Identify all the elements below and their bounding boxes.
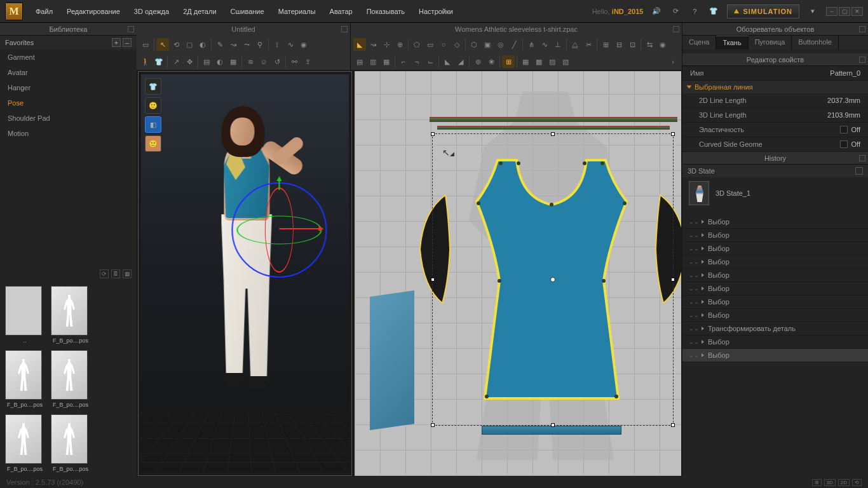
tool-dart[interactable]: ◇ bbox=[451, 38, 463, 51]
tool-lasso[interactable]: ⟲ bbox=[170, 38, 182, 51]
property-row[interactable]: 2D Line Length2037.3mm bbox=[682, 93, 868, 108]
library-category-garment[interactable]: Garment bbox=[0, 50, 137, 65]
state-header[interactable]: 3D State bbox=[682, 165, 868, 177]
library-category-avatar[interactable]: Avatar bbox=[0, 65, 137, 80]
view-3d-icon[interactable]: 3D bbox=[824, 479, 836, 486]
property-row[interactable]: 3D Line Length2103.9mm bbox=[682, 108, 868, 123]
object-tab-3[interactable]: Buttonhole bbox=[792, 36, 839, 50]
tool-circle[interactable]: ○ bbox=[437, 38, 450, 51]
tool-trace[interactable]: ✂ bbox=[582, 38, 595, 51]
view-2d-icon[interactable]: 2D bbox=[838, 479, 850, 486]
state-item[interactable]: 3D State_1 bbox=[682, 177, 868, 209]
shirt-icon[interactable]: 👕 bbox=[708, 6, 719, 17]
tool-glue[interactable]: ◉ bbox=[297, 38, 310, 51]
tab-3d[interactable]: Untitled bbox=[137, 23, 351, 36]
menu-avatar[interactable]: Аватар bbox=[330, 8, 353, 15]
tool-edit-pattern[interactable]: ↝ bbox=[367, 38, 379, 51]
library-item[interactable]: F_B_po....pos bbox=[51, 286, 90, 344]
iron-a[interactable]: ◣ bbox=[441, 55, 454, 68]
sew-c[interactable]: ⌙ bbox=[424, 55, 437, 68]
library-category-shoulder-pad[interactable]: Shoulder Pad bbox=[0, 111, 137, 126]
chevron-right-icon[interactable]: › bbox=[667, 55, 679, 68]
tool-internal-polygon[interactable]: ⬡ bbox=[468, 38, 480, 51]
tool-grid-b[interactable]: ⊟ bbox=[613, 38, 625, 51]
print-d[interactable]: ▧ bbox=[559, 55, 572, 68]
tool-notch[interactable]: ⊥ bbox=[552, 38, 564, 51]
tool-internal-rect[interactable]: ▣ bbox=[481, 38, 494, 51]
library-item[interactable]: F_B_po....pos bbox=[5, 350, 44, 408]
menu-show[interactable]: Показывать bbox=[367, 8, 405, 15]
pattern-strip-top2[interactable] bbox=[437, 126, 670, 130]
history-row[interactable]: ⌄⌄Выбор bbox=[682, 295, 868, 309]
history-row[interactable]: ⌄⌄Выбор bbox=[682, 309, 868, 322]
sew-a[interactable]: ⌐ bbox=[397, 55, 410, 68]
show-avatar-toggle[interactable]: 🙂 bbox=[145, 97, 161, 114]
show-garment-toggle[interactable]: 👕 bbox=[145, 78, 161, 95]
dropdown-icon[interactable]: ▾ bbox=[807, 6, 818, 17]
tool-pressure[interactable]: ◐ bbox=[214, 55, 226, 68]
display-c[interactable]: ▦ bbox=[380, 55, 393, 68]
list-view-icon[interactable]: ≣ bbox=[111, 269, 120, 278]
show-avatar-icon[interactable]: 🚶 bbox=[139, 55, 152, 68]
pattern-strip-top[interactable] bbox=[430, 117, 677, 122]
menu-2d-details[interactable]: 2Д детали bbox=[183, 8, 216, 15]
tool-gizmo[interactable]: ✥ bbox=[183, 55, 196, 68]
selected-line-header[interactable]: Выбранная линия bbox=[682, 81, 868, 93]
tool-button[interactable]: ◉ bbox=[656, 38, 669, 51]
fabric-a[interactable]: ⊛ bbox=[471, 55, 484, 68]
tool-reset[interactable]: ↺ bbox=[271, 55, 283, 68]
history-row[interactable]: ⌄⌄Выбор bbox=[682, 229, 868, 242]
library-category-hanger[interactable]: Hanger bbox=[0, 80, 137, 95]
menu-materials[interactable]: Материалы bbox=[278, 8, 316, 15]
close-button[interactable]: ✕ bbox=[851, 7, 863, 16]
property-row[interactable]: Curved Side GeomeOff bbox=[682, 137, 868, 152]
tool-export[interactable]: ⇪ bbox=[301, 55, 314, 68]
prop-name-value[interactable]: Pattern_0 bbox=[830, 69, 860, 77]
display-a[interactable]: ▤ bbox=[353, 55, 366, 68]
sync-button[interactable]: ⇆ bbox=[643, 38, 656, 51]
history-row[interactable]: ⌄⌄Трансформировать деталь bbox=[682, 322, 868, 336]
tool-select-3d[interactable]: ▭ bbox=[139, 38, 152, 51]
property-row[interactable]: ЭластичностьOff bbox=[682, 123, 868, 137]
tool-strain[interactable]: ▤ bbox=[200, 55, 213, 68]
history-row[interactable]: ⌄⌄Выбор bbox=[682, 255, 868, 269]
tool-tack[interactable]: ⚲ bbox=[254, 38, 266, 51]
tool-polygon[interactable]: ⬠ bbox=[410, 38, 423, 51]
tool-path[interactable]: ↝ bbox=[227, 38, 240, 51]
remove-favorite-button[interactable]: – bbox=[123, 38, 132, 47]
refresh-icon[interactable]: ⟳ bbox=[100, 269, 109, 278]
object-tab-0[interactable]: Сцена bbox=[682, 36, 716, 50]
tab-2d[interactable]: Womens Athletic sleeveless t-shirt.zpac bbox=[351, 23, 682, 36]
sound-icon[interactable]: 🔊 bbox=[651, 6, 662, 17]
selection-box[interactable] bbox=[432, 133, 674, 426]
tool-edit-point[interactable]: ⊹ bbox=[380, 38, 393, 51]
view-all-icon[interactable]: ⊞ bbox=[812, 479, 822, 486]
history-row[interactable]: ⌄⌄Выбор bbox=[682, 336, 868, 349]
print-c[interactable]: ▨ bbox=[546, 55, 559, 68]
tool-free-seam[interactable]: ∿ bbox=[538, 38, 551, 51]
tool-symmetry[interactable]: ⧋ bbox=[569, 38, 581, 51]
tool-seam[interactable]: ⋔ bbox=[525, 38, 538, 51]
tool-arrange[interactable]: ↗ bbox=[170, 55, 182, 68]
help-icon[interactable]: ? bbox=[689, 6, 700, 17]
add-favorite-button[interactable]: + bbox=[112, 38, 121, 47]
library-item[interactable]: .. bbox=[5, 286, 44, 344]
snap-icon[interactable]: ⊞ bbox=[502, 55, 515, 68]
tool-internal-line[interactable]: ╱ bbox=[508, 38, 520, 51]
menu-sewing[interactable]: Сшивание bbox=[231, 8, 264, 15]
tool-soft[interactable]: ◐ bbox=[196, 38, 209, 51]
display-b[interactable]: ▥ bbox=[367, 55, 379, 68]
tool-grid-c[interactable]: ⊡ bbox=[626, 38, 639, 51]
grid-view-icon[interactable]: ▦ bbox=[123, 269, 132, 278]
pattern-strip-bottom[interactable] bbox=[482, 426, 621, 435]
library-category-pose[interactable]: Pose bbox=[0, 95, 137, 111]
menu-settings[interactable]: Настройки bbox=[419, 8, 453, 15]
tool-internal-circle[interactable]: ◎ bbox=[494, 38, 507, 51]
tool-select-2d[interactable]: ◣ bbox=[353, 38, 366, 51]
sew-b[interactable]: ¬ bbox=[410, 55, 423, 68]
tool-fold[interactable]: ∿ bbox=[284, 38, 297, 51]
library-item[interactable]: F_B_po....pos bbox=[5, 414, 44, 472]
object-tab-1[interactable]: Ткань bbox=[716, 36, 748, 50]
fabric-b[interactable]: ❀ bbox=[485, 55, 498, 68]
print-b[interactable]: ▩ bbox=[532, 55, 545, 68]
